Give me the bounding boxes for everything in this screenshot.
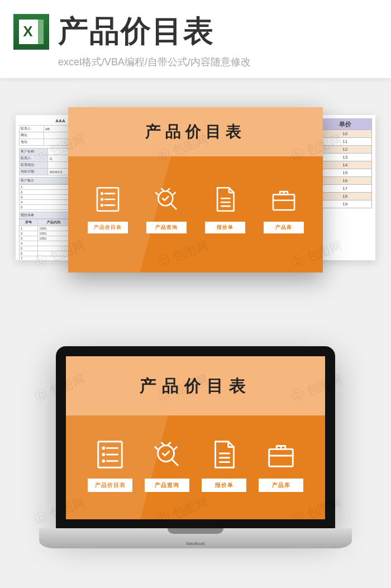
svg-line-10	[167, 188, 169, 190]
analytics-icon	[151, 438, 183, 471]
laptop-nav-button-2[interactable]: 报价单	[202, 479, 246, 492]
svg-line-29	[168, 443, 170, 445]
header: X 产品价目表 excel格式/VBA编程/自带公式/内容随意修改	[0, 0, 391, 78]
laptop-base: MacBook	[39, 528, 352, 548]
svg-point-1	[101, 193, 103, 194]
card-nav: 产品价目表产品查询报价单产品库	[68, 156, 323, 273]
nav-item-2[interactable]: 报价单	[202, 438, 246, 492]
briefcase-icon	[265, 438, 297, 471]
nav-item-0[interactable]: 产品价目表	[88, 185, 128, 233]
analytics-icon	[152, 185, 181, 214]
svg-line-27	[172, 460, 178, 466]
svg-line-8	[170, 203, 176, 209]
svg-point-24	[103, 460, 104, 462]
svg-rect-16	[273, 194, 294, 210]
document-icon	[208, 438, 240, 471]
card-title: 产品价目表	[68, 107, 323, 156]
laptop-nav-button-3[interactable]: 产品库	[259, 479, 303, 492]
card-nav-button-3[interactable]: 产品库	[264, 222, 304, 233]
svg-line-11	[155, 192, 157, 194]
card-nav-button-2[interactable]: 报价单	[205, 222, 245, 233]
svg-rect-35	[269, 449, 293, 466]
list-icon	[93, 185, 122, 214]
page-title: 产品价目表	[58, 11, 214, 52]
laptop-brand: MacBook	[39, 541, 352, 546]
list-icon	[94, 438, 126, 471]
laptop-nav-button-1[interactable]: 产品查询	[145, 479, 189, 492]
svg-line-9	[161, 188, 163, 190]
nav-item-3[interactable]: 产品库	[259, 438, 303, 492]
svg-line-30	[155, 447, 158, 449]
preview-stage: AAA 联系人:AB网址:地址: 客户名称:联系人:Q联系地址:询价日期:201…	[0, 112, 391, 302]
excel-icon: X	[13, 14, 49, 50]
card-nav-button-0[interactable]: 产品价目表	[88, 222, 128, 233]
svg-line-28	[161, 443, 164, 445]
svg-point-20	[103, 447, 104, 449]
nav-item-3[interactable]: 产品库	[264, 185, 304, 233]
laptop-card-title: 产品价目表	[66, 356, 325, 415]
laptop-screen-frame: 产品价目表 产品价目表产品查询报价单产品库	[56, 346, 335, 530]
laptop-card-nav: 产品价目表产品查询报价单产品库	[66, 415, 325, 519]
svg-point-3	[101, 198, 103, 200]
nav-item-2[interactable]: 报价单	[205, 185, 245, 233]
svg-point-5	[101, 204, 103, 206]
nav-item-1[interactable]: 产品查询	[146, 185, 187, 233]
briefcase-icon	[269, 185, 298, 214]
nav-item-0[interactable]: 产品价目表	[88, 438, 132, 492]
card-nav-button-1[interactable]: 产品查询	[146, 222, 187, 233]
main-card: 产品价目表 产品价目表产品查询报价单产品库	[68, 107, 323, 273]
laptop-nav-button-0[interactable]: 产品价目表	[88, 479, 132, 492]
nav-item-1[interactable]: 产品查询	[145, 438, 189, 492]
svg-line-31	[175, 447, 177, 449]
svg-line-12	[173, 192, 175, 194]
laptop-mockup: 产品价目表 产品价目表产品查询报价单产品库 MacBook	[0, 346, 391, 581]
page-subtitle: excel格式/VBA编程/自带公式/内容随意修改	[58, 55, 374, 69]
document-icon	[211, 185, 240, 214]
svg-point-22	[103, 454, 104, 456]
